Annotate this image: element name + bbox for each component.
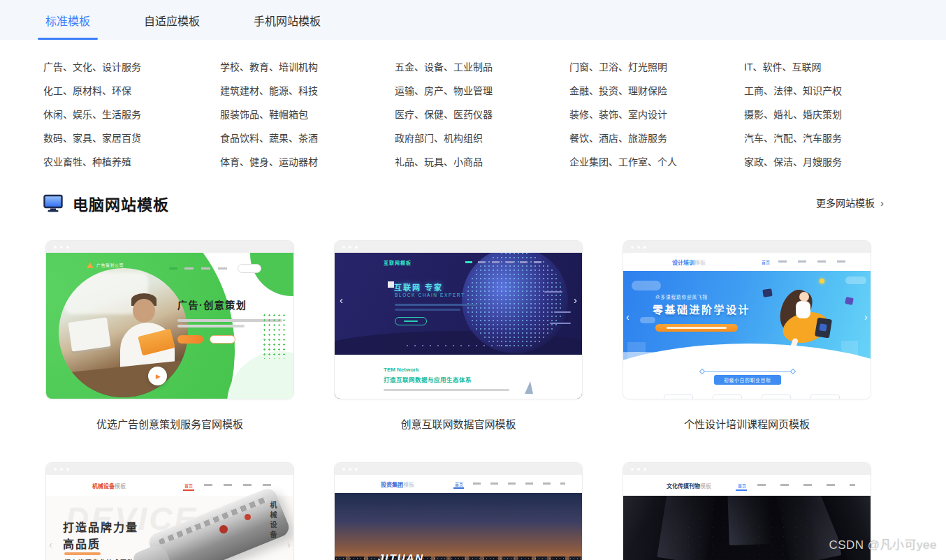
bulb-icon — [820, 279, 824, 283]
category-link[interactable]: 食品饮料、蔬果、茶酒 — [220, 126, 395, 150]
play-button[interactable]: ▶ — [148, 367, 167, 385]
category-link[interactable]: 门窗、卫浴、灯光照明 — [569, 55, 744, 79]
carousel-prev-icon[interactable]: ‹ — [49, 539, 52, 550]
globe-label-placeholder — [544, 291, 562, 293]
floating-chip — [762, 288, 772, 297]
pc-templates-section-header: 电脑网站模板 更多网站模板 › — [43, 192, 903, 214]
selection-handle — [699, 369, 705, 374]
category-link[interactable]: 建筑建材、能源、科技 — [220, 79, 395, 103]
template-card-design: 设计培训模板 首页 众多课程助你迎风飞翔 零基础进阶学设计 — [623, 240, 871, 431]
text-placeholder — [395, 309, 460, 311]
headline-accent-square — [388, 281, 394, 288]
category-link[interactable]: 五金、设备、工业制品 — [395, 55, 569, 79]
category-link[interactable]: 装修、装饰、室内设计 — [569, 103, 744, 126]
template-preview-capital[interactable]: 投资集团模板 首页 JITUAN CAPITAL 具有资产管理理念的金融机构 — [334, 462, 583, 560]
mini-secondary-button — [210, 335, 235, 344]
mini-section-title: TEM Network — [384, 367, 419, 373]
carousel-prev-icon[interactable]: ‹ — [340, 295, 343, 305]
category-link[interactable]: 农业畜牲、种植养殖 — [43, 150, 220, 174]
category-link[interactable]: 工商、法律、知识产权 — [744, 79, 919, 103]
mini-hero-headline: 互联网 专家 — [394, 281, 443, 293]
category-link[interactable]: 医疗、保健、医药仪器 — [395, 103, 569, 126]
mini-site-logo: 设计培训模板 — [672, 258, 706, 266]
category-link[interactable]: 企业集团、工作室、个人 — [569, 150, 744, 174]
photo-face — [133, 299, 155, 323]
machine-red-part — [245, 514, 251, 520]
category-link[interactable]: 家政、保洁、月嫂服务 — [744, 150, 919, 174]
site-screenshot-machine: DEVICE 机械设备模板 首页 打造品牌力量 高品质 — [46, 475, 293, 560]
mini-hero-headline: 打造品牌力量 — [63, 518, 138, 535]
mini-primary-button — [177, 335, 203, 344]
mini-nav-placeholder — [757, 484, 855, 486]
hero-photo-circle — [59, 268, 188, 397]
category-link[interactable]: 摄影、婚礼、婚庆策划 — [744, 103, 919, 126]
tab-mobile-template[interactable]: 手机网站模板 — [252, 0, 323, 40]
tab-standard-template[interactable]: 标准模板 — [43, 0, 92, 40]
carousel-prev-icon[interactable]: ‹ — [626, 311, 630, 322]
category-link[interactable]: 体育、健身、运动器材 — [220, 150, 395, 174]
category-link[interactable]: 服装饰品、鞋帽箱包 — [220, 103, 395, 126]
window-dot-icon — [66, 246, 69, 249]
mini-logo-light: 模板 — [694, 260, 706, 266]
more-templates-link[interactable]: 更多网站模板 › — [816, 196, 884, 209]
window-dot-icon — [631, 468, 634, 471]
mini-nav-active-placeholder — [169, 267, 177, 270]
template-preview-design[interactable]: 设计培训模板 首页 众多课程助你迎风飞翔 零基础进阶学设计 — [623, 240, 871, 399]
carousel-next-icon[interactable]: › — [287, 539, 291, 550]
template-title-design[interactable]: 个性设计培训课程网页模板 — [623, 416, 871, 431]
template-title-ad[interactable]: 优选广告创意策划服务官网模板 — [45, 416, 294, 431]
mini-nav-underline — [453, 487, 464, 489]
category-link[interactable]: IT、软件、互联网 — [744, 55, 919, 79]
sail-graphic — [525, 381, 533, 394]
mini-nav-placeholder — [778, 260, 855, 263]
category-link[interactable]: 餐饮、酒店、旅游服务 — [569, 126, 744, 150]
site-screenshot-ad: 广告策划公司 ▶ 广告·创意策划 — [46, 253, 293, 399]
carousel-next-icon[interactable]: › — [574, 295, 577, 305]
mini-nav — [465, 261, 545, 263]
template-preview-internet[interactable]: 互联网模板 互联网 专家 BLOCK CHAIN EXPERT ‹ — [334, 240, 583, 399]
category-link[interactable]: 数码、家具、家居百货 — [43, 126, 220, 150]
window-dot-icon — [355, 468, 358, 471]
girl-head — [799, 292, 809, 302]
category-link[interactable]: 学校、教育、培训机构 — [220, 55, 395, 79]
monitor-icon — [43, 194, 63, 212]
template-card-internet: 互联网模板 互联网 专家 BLOCK CHAIN EXPERT ‹ — [334, 240, 583, 431]
white-content-strip: TEM Network 打造互联网数据与应用生态体系 — [335, 355, 582, 399]
site-screenshot-design: 设计培训模板 首页 众多课程助你迎风飞翔 零基础进阶学设计 — [623, 253, 871, 399]
tab-adaptive-template[interactable]: 自适应模板 — [142, 0, 202, 40]
template-preview-ad[interactable]: 广告策划公司 ▶ 广告·创意策划 — [45, 240, 294, 399]
mini-nav-underline — [736, 489, 747, 491]
mini-logo-text: 广告策划公司 — [96, 262, 124, 268]
category-link[interactable]: 运输、房产、物业管理 — [395, 79, 569, 103]
more-templates-label: 更多网站模板 — [816, 196, 875, 209]
window-dot-icon — [643, 468, 646, 471]
category-link[interactable]: 化工、原材料、环保 — [43, 79, 220, 103]
category-link[interactable]: 礼品、玩具、小商品 — [395, 150, 569, 174]
green-corner-shape — [250, 253, 293, 296]
mini-logo-strong: 设计培训 — [672, 260, 694, 266]
category-link[interactable]: 金融、投资、理财保险 — [569, 79, 744, 103]
browser-chrome-bar — [623, 463, 871, 475]
mini-orange-banner — [655, 324, 738, 332]
category-link[interactable]: 休闲、娱乐、生活服务 — [43, 103, 220, 126]
window-dot-icon — [54, 468, 57, 471]
window-dot-icon — [349, 246, 351, 249]
navy-hero: 互联网模板 互联网 专家 BLOCK CHAIN EXPERT ‹ — [335, 253, 582, 355]
window-dot-icon — [637, 468, 640, 471]
window-dot-icon — [60, 246, 63, 249]
cloud-shape — [632, 281, 661, 290]
carousel-next-icon[interactable]: › — [864, 311, 868, 322]
category-link[interactable]: 汽车、汽配、汽车服务 — [744, 126, 919, 150]
template-title-internet[interactable]: 创意互联网数据官网模板 — [334, 416, 583, 431]
skyline-buildings — [335, 557, 582, 560]
cloud-shape — [640, 317, 655, 323]
csdn-watermark: CSDN @凡小可yee — [829, 535, 937, 552]
category-link[interactable]: 政府部门、机构组织 — [395, 126, 569, 150]
dot-grid-decoration — [262, 313, 287, 359]
feature-box-placeholder — [810, 395, 840, 399]
window-dot-icon — [637, 246, 640, 249]
window-dot-icon — [66, 468, 69, 471]
mini-logo-light: 模板 — [115, 483, 126, 489]
category-link[interactable]: 广告、文化、设计服务 — [43, 55, 220, 79]
template-preview-machine[interactable]: DEVICE 机械设备模板 首页 打造品牌力量 高品质 — [45, 462, 294, 560]
